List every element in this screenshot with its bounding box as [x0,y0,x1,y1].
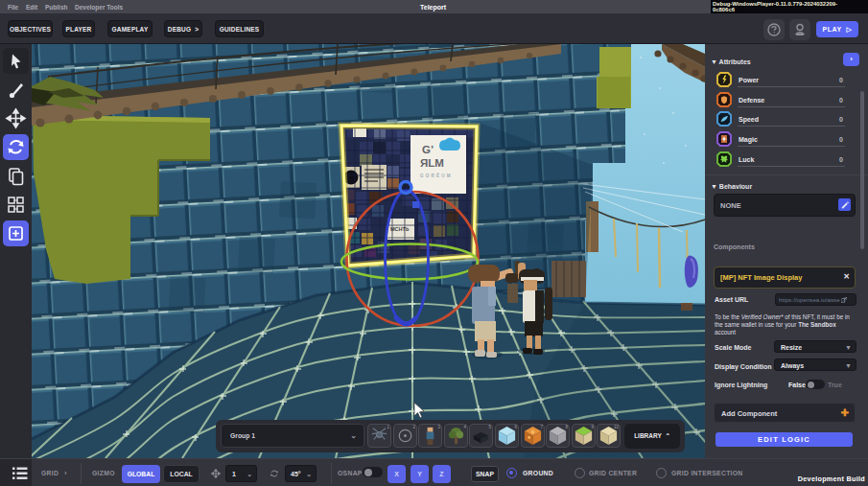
svg-text:G’: G’ [422,144,434,155]
svg-text:MCHTb: MCHTb [390,226,410,232]
svg-text:GORĒUM: GORĒUM [420,173,453,178]
svg-text:ЯLM: ЯLM [420,157,444,169]
